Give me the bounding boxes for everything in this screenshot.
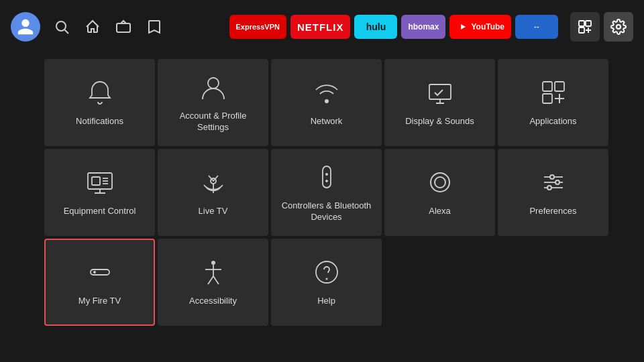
equipment-label: Equipment Control: [64, 206, 136, 217]
livetv-label: Live TV: [199, 206, 228, 217]
svg-point-36: [211, 261, 215, 265]
svg-point-26: [431, 173, 449, 192]
grid-item-display-sounds[interactable]: Display & Sounds: [384, 59, 495, 146]
grid-item-alexa[interactable]: Alexa: [384, 149, 495, 236]
svg-point-42: [325, 278, 327, 280]
svg-rect-8: [586, 21, 591, 26]
nav-left: [11, 12, 164, 42]
notifications-label: Notifications: [76, 116, 123, 127]
grid-item-accessibility[interactable]: Accessibility: [158, 239, 268, 326]
grid-item-network[interactable]: Network: [271, 59, 382, 146]
app-blue[interactable]: ↔: [515, 15, 558, 39]
sliders-icon: [539, 168, 568, 199]
avatar[interactable]: [11, 12, 40, 42]
home-icon[interactable]: [83, 17, 102, 36]
bookmark-icon[interactable]: [145, 17, 164, 36]
svg-point-27: [435, 177, 445, 188]
grid-item-controllers[interactable]: Controllers & Bluetooth Devices: [271, 149, 382, 236]
antenna-icon: [199, 168, 228, 199]
svg-rect-2: [117, 23, 130, 32]
help-icon: [312, 257, 341, 289]
preferences-label: Preferences: [529, 206, 576, 217]
grid-item-account[interactable]: Account & Profile Settings: [158, 59, 268, 146]
svg-text:↔: ↔: [533, 22, 541, 32]
accessibility-label: Accessibility: [189, 296, 237, 307]
firetv-icon: [85, 257, 115, 289]
tv-equipment-icon: [85, 168, 115, 199]
grid-item-applications[interactable]: Applications: [498, 59, 608, 146]
topbar: ExpressVPN NETFLIX hulu hbomax YouTube ↔: [0, 0, 644, 54]
grid-item-equipment[interactable]: Equipment Control: [44, 149, 155, 236]
grid-item-help[interactable]: Help: [271, 239, 382, 326]
apps-icon: [539, 78, 568, 109]
svg-point-10: [616, 25, 621, 29]
topbar-right: [570, 12, 633, 42]
svg-line-40: [213, 276, 219, 284]
tv-icon[interactable]: [114, 17, 133, 36]
grid-item-livetv[interactable]: Live TV: [158, 149, 268, 236]
controllers-label: Controllers & Bluetooth Devices: [278, 200, 375, 223]
app-hbomax[interactable]: hbomax: [401, 15, 445, 39]
app-hulu[interactable]: hulu: [354, 15, 397, 39]
svg-line-1: [65, 30, 69, 34]
svg-point-31: [550, 175, 554, 179]
person-icon: [199, 72, 228, 104]
svg-rect-9: [579, 27, 584, 33]
search-icon[interactable]: [52, 17, 71, 36]
app-youtube[interactable]: YouTube: [449, 15, 511, 39]
grid-item-myfiretv[interactable]: My Fire TV: [44, 239, 155, 326]
svg-rect-15: [543, 94, 552, 103]
help-label: Help: [317, 296, 335, 307]
display-sounds-label: Display & Sounds: [405, 116, 474, 127]
settings-grid: Notifications Account & Profile Settings…: [0, 54, 644, 331]
account-label: Account & Profile Settings: [164, 111, 262, 133]
wifi-icon: [312, 78, 341, 109]
accessibility-icon: [199, 257, 228, 289]
svg-line-39: [208, 276, 213, 284]
alexa-label: Alexa: [429, 206, 451, 217]
svg-rect-13: [543, 82, 552, 91]
grid-item-preferences[interactable]: Preferences: [498, 149, 608, 236]
svg-point-0: [56, 21, 66, 31]
svg-rect-7: [579, 21, 584, 26]
svg-point-35: [93, 271, 96, 274]
svg-rect-17: [92, 177, 100, 185]
alexa-icon: [425, 168, 455, 199]
app-shortcuts: ExpressVPN NETFLIX hulu hbomax YouTube ↔: [229, 15, 559, 39]
remote-icon: [312, 162, 341, 194]
grid-item-notifications[interactable]: Notifications: [44, 59, 155, 146]
applications-label: Applications: [529, 116, 576, 127]
display-icon: [425, 78, 455, 109]
svg-point-23: [325, 173, 328, 176]
network-label: Network: [311, 116, 343, 127]
svg-point-11: [208, 78, 219, 88]
app-netflix[interactable]: NETFLIX: [290, 15, 351, 39]
svg-point-33: [547, 186, 551, 190]
svg-point-32: [555, 180, 559, 184]
svg-rect-14: [555, 82, 564, 91]
app-expressvpn[interactable]: ExpressVPN: [229, 15, 286, 39]
settings-button[interactable]: [604, 12, 633, 42]
svg-rect-22: [323, 166, 331, 188]
myfiretv-label: My Fire TV: [78, 296, 121, 307]
bell-icon: [85, 78, 115, 109]
grid-view-button[interactable]: [570, 12, 600, 42]
